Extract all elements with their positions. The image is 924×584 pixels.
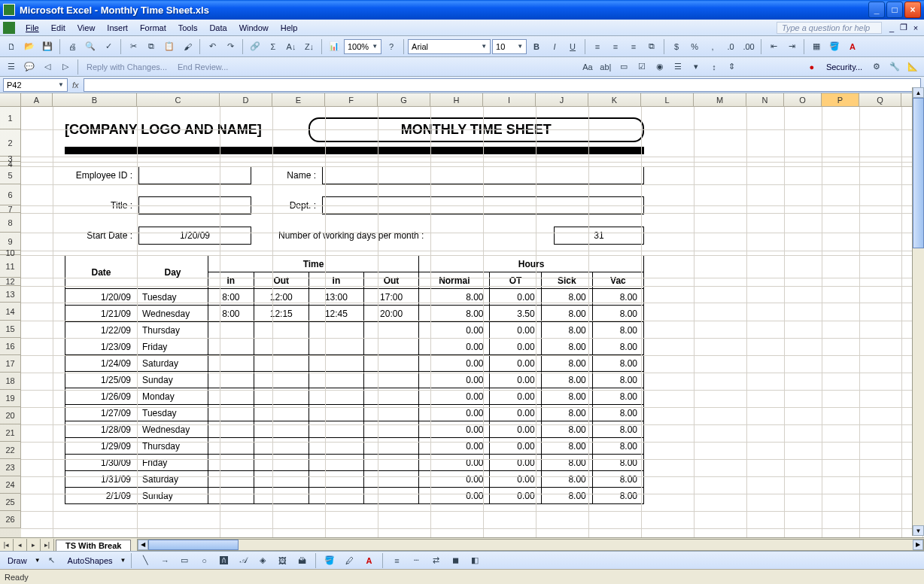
merge-center-button[interactable]: ⧉ <box>643 38 660 55</box>
cell-time-out-1[interactable] <box>254 488 309 504</box>
column-header-Q[interactable]: Q <box>859 93 901 106</box>
cell-time-out-1[interactable] <box>254 372 309 388</box>
cell-time-in-2[interactable] <box>309 322 363 339</box>
cell-date[interactable]: 1/30/09 <box>65 455 138 471</box>
cell-time-in-2[interactable]: 12:45 <box>309 306 363 322</box>
tab-next-button[interactable]: ▸ <box>27 539 41 551</box>
new-button[interactable]: 🗋 <box>3 38 20 55</box>
control-toolbox-button[interactable]: 🔧 <box>886 59 903 75</box>
3d-button[interactable]: ◧ <box>467 552 483 569</box>
row-header-14[interactable]: 14 <box>0 303 21 321</box>
column-header-N[interactable]: N <box>746 93 784 106</box>
column-header-F[interactable]: F <box>325 93 378 106</box>
row-header-26[interactable]: 26 <box>0 511 21 528</box>
cell-normal[interactable]: 0.00 <box>419 438 490 455</box>
row-header-21[interactable]: 21 <box>0 424 21 442</box>
cell-time-out-1[interactable] <box>254 339 309 355</box>
cell-ot[interactable]: 0.00 <box>490 355 541 372</box>
scroll-right-button[interactable]: ▶ <box>913 540 923 550</box>
cell-sick[interactable]: 8.00 <box>541 322 592 339</box>
vertical-scrollbar[interactable]: ▲ ▼ <box>912 87 924 536</box>
row-header-20[interactable]: 20 <box>0 407 21 424</box>
scroll-down-button[interactable]: ▼ <box>913 525 924 536</box>
cell-time-out-2[interactable] <box>363 488 418 504</box>
select-all-corner[interactable] <box>0 93 21 106</box>
redo-button[interactable]: ↷ <box>222 38 239 55</box>
cell-time-in-1[interactable] <box>208 455 254 471</box>
cell-time-out-2[interactable] <box>363 438 418 455</box>
decrease-decimal-button[interactable]: .00 <box>740 38 757 55</box>
cell-day[interactable]: Friday <box>138 339 208 355</box>
currency-button[interactable]: $ <box>668 38 685 55</box>
cell-date[interactable]: 1/31/09 <box>65 471 138 488</box>
minimize-button[interactable]: _ <box>868 2 885 18</box>
cell-time-in-2[interactable] <box>309 455 363 471</box>
row-header-11[interactable]: 11 <box>0 255 21 278</box>
forms-scrollbar-button[interactable]: ⇕ <box>724 59 740 75</box>
row-header-18[interactable]: 18 <box>0 373 21 390</box>
menu-format[interactable]: Format <box>134 22 172 34</box>
table-row[interactable]: 1/25/09Sunday0.000.008.008.00 <box>65 372 644 388</box>
table-row[interactable]: 1/31/09Saturday0.000.008.008.00 <box>65 471 644 488</box>
cell-time-in-2[interactable] <box>309 471 363 488</box>
cell-normal[interactable]: 0.00 <box>419 322 490 339</box>
draw-menu[interactable]: Draw <box>3 555 32 567</box>
table-row[interactable]: 1/21/09Wednesday8:0012:1512:4520:008.003… <box>65 306 644 322</box>
cell-time-in-2[interactable] <box>309 372 363 388</box>
row-header-22[interactable]: 22 <box>0 442 21 459</box>
paste-button[interactable]: 📋 <box>161 38 178 55</box>
align-center-button[interactable]: ≡ <box>607 38 624 55</box>
cell-normal[interactable]: 0.00 <box>419 372 490 388</box>
cell-time-out-1[interactable] <box>254 421 309 438</box>
font-size-combo[interactable]: 10▼ <box>492 39 527 54</box>
cell-date[interactable]: 1/28/09 <box>65 421 138 438</box>
scroll-up-button[interactable]: ▲ <box>913 87 924 98</box>
cell-sick[interactable]: 8.00 <box>541 438 592 455</box>
cell-vac[interactable]: 8.00 <box>592 339 643 355</box>
cell-vac[interactable]: 8.00 <box>592 322 643 339</box>
cell-day[interactable]: Sunday <box>138 372 208 388</box>
sort-asc-button[interactable]: A↓ <box>283 38 299 55</box>
cell-day[interactable]: Wednesday <box>138 421 208 438</box>
undo-button[interactable]: ↶ <box>204 38 220 55</box>
dash-style-button[interactable]: ┄ <box>408 552 424 569</box>
line-button[interactable]: ╲ <box>137 552 153 569</box>
doc-restore-button[interactable]: ❐ <box>898 23 909 33</box>
column-header-L[interactable]: L <box>641 93 694 106</box>
sheet-tab-active[interactable]: TS With Break <box>56 540 131 551</box>
underline-button[interactable]: U <box>564 38 581 55</box>
cell-time-out-2[interactable] <box>363 355 418 372</box>
row-header-8[interactable]: 8 <box>0 213 21 233</box>
zoom-combo[interactable]: 100%▼ <box>344 39 381 54</box>
field-employee-id[interactable] <box>138 166 251 184</box>
line-style-button[interactable]: ≡ <box>388 552 405 569</box>
cut-button[interactable]: ✂ <box>125 38 141 55</box>
menu-insert[interactable]: Insert <box>101 22 134 34</box>
cell-time-in-1[interactable] <box>208 471 254 488</box>
help-search-box[interactable]: Type a question for help <box>777 22 882 34</box>
cell-normal[interactable]: 8.00 <box>419 306 490 322</box>
column-header-H[interactable]: H <box>430 93 483 106</box>
cell-sick[interactable]: 8.00 <box>541 455 592 471</box>
cell-time-in-1[interactable]: 8:00 <box>208 306 254 322</box>
cell-time-in-2[interactable] <box>309 421 363 438</box>
cell-day[interactable]: Saturday <box>138 355 208 372</box>
cell-time-out-1[interactable] <box>254 455 309 471</box>
cell-date[interactable]: 1/23/09 <box>65 339 138 355</box>
worksheet-grid[interactable]: 1234567891011121314151617181920212223242… <box>0 107 924 542</box>
table-row[interactable]: 2/1/09Sunday0.000.008.008.00 <box>65 488 644 504</box>
cell-sick[interactable]: 8.00 <box>541 488 592 504</box>
cell-vac[interactable]: 8.00 <box>592 372 643 388</box>
forms-checkbox-button[interactable]: ☑ <box>634 59 650 75</box>
cell-sick[interactable]: 8.00 <box>541 421 592 438</box>
comments-button[interactable]: 💬 <box>21 59 38 75</box>
menu-data[interactable]: Data <box>203 22 233 34</box>
tab-prev-button[interactable]: ◂ <box>14 539 27 551</box>
cell-ot[interactable]: 0.00 <box>490 488 541 504</box>
row-header-16[interactable]: 16 <box>0 338 21 355</box>
print-preview-button[interactable]: 🔍 <box>82 38 99 55</box>
table-row[interactable]: 1/22/09Thursday0.000.008.008.00 <box>65 322 644 339</box>
decrease-indent-button[interactable]: ⇤ <box>765 38 782 55</box>
cell-time-out-2[interactable] <box>363 471 418 488</box>
cell-time-out-1[interactable] <box>254 438 309 455</box>
